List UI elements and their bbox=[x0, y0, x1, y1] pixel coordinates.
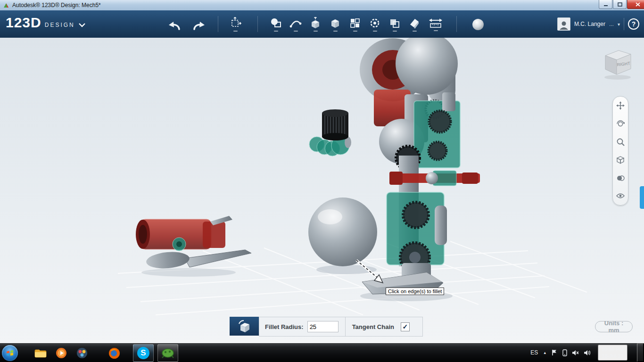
viewport[interactable]: RIGHT bbox=[0, 38, 644, 343]
knurled-part[interactable] bbox=[309, 109, 351, 156]
device-button[interactable] bbox=[562, 349, 567, 356]
orbit-button[interactable] bbox=[615, 118, 626, 129]
mute-button[interactable] bbox=[572, 350, 579, 356]
scroll-indicator[interactable] bbox=[640, 186, 644, 209]
3d-scene[interactable] bbox=[0, 38, 644, 343]
person-icon bbox=[559, 20, 569, 30]
clock-date: 18-Jul-13 bbox=[602, 353, 624, 359]
view-cube-icon bbox=[616, 156, 625, 164]
firefox-taskbar-button[interactable] bbox=[104, 344, 124, 362]
robot-model[interactable] bbox=[360, 38, 480, 294]
explorer-taskbar-button[interactable] bbox=[30, 344, 51, 362]
skype-taskbar-button[interactable]: S bbox=[133, 344, 154, 362]
volume-icon bbox=[584, 350, 591, 356]
sketch-tool-button[interactable] bbox=[287, 13, 305, 35]
snap-icon bbox=[408, 17, 421, 29]
avatar[interactable] bbox=[557, 17, 570, 31]
undo-redo-group bbox=[165, 18, 208, 34]
chevron-down-icon bbox=[79, 21, 85, 29]
sphere-part[interactable] bbox=[308, 197, 377, 266]
visibility-button[interactable] bbox=[615, 191, 626, 201]
close-icon bbox=[636, 2, 640, 7]
user-area: M.C. Langer ... ▾ ? bbox=[557, 10, 639, 38]
app-header: 123D DESIGN bbox=[0, 10, 644, 38]
flag-icon bbox=[552, 349, 558, 356]
navigation-toolbar bbox=[612, 96, 628, 206]
undo-icon bbox=[167, 21, 181, 31]
construct-icon bbox=[309, 17, 322, 29]
transform-tool-button[interactable] bbox=[226, 13, 244, 35]
orbit-icon bbox=[616, 119, 625, 128]
fillet-options-panel: Fillet Radius: Tangent Chain ✓ bbox=[259, 317, 423, 337]
media-player-taskbar-button[interactable] bbox=[51, 344, 72, 362]
volume-button[interactable] bbox=[584, 350, 591, 356]
grouping-tool-button[interactable] bbox=[366, 13, 384, 35]
123d-app-icon bbox=[161, 348, 174, 358]
display-style-button[interactable] bbox=[615, 173, 626, 183]
user-name[interactable]: M.C. Langer bbox=[574, 21, 605, 27]
tangent-chain-checkbox[interactable]: ✓ bbox=[401, 322, 410, 331]
fillet-icon bbox=[237, 319, 252, 333]
primitives-tool-button[interactable] bbox=[267, 13, 285, 35]
magnifier-icon bbox=[616, 138, 625, 146]
language-indicator[interactable]: ES bbox=[530, 349, 538, 356]
tool-dropdown-caret bbox=[413, 31, 417, 32]
logo-123d: 123D bbox=[6, 15, 41, 31]
skype-glyph: S bbox=[140, 348, 146, 358]
construct-tool-button[interactable] bbox=[306, 13, 324, 35]
view-cube[interactable]: RIGHT bbox=[600, 46, 636, 82]
pan-button[interactable] bbox=[615, 100, 626, 111]
clock[interactable]: 10:59 PM 18-Jul-13 bbox=[598, 345, 627, 361]
tool-dropdown-caret bbox=[274, 31, 278, 32]
checkmark-icon: ✓ bbox=[403, 323, 408, 330]
tool-dropdown-caret bbox=[233, 31, 238, 32]
show-desktop-button[interactable] bbox=[637, 343, 644, 362]
media-center-taskbar-button[interactable] bbox=[72, 344, 92, 362]
modify-tool-button[interactable] bbox=[326, 13, 344, 35]
restore-icon bbox=[618, 2, 622, 7]
tool-dropdown-caret bbox=[353, 31, 357, 32]
undo-button[interactable] bbox=[165, 18, 183, 34]
fillet-radius-input[interactable] bbox=[307, 321, 339, 332]
app-menu[interactable]: 123D DESIGN bbox=[6, 15, 85, 31]
tangent-chain-label: Tangent Chain bbox=[352, 323, 394, 330]
snap-tool-button[interactable] bbox=[405, 13, 423, 35]
help-button[interactable]: ? bbox=[628, 18, 639, 30]
material-tool-button[interactable] bbox=[469, 16, 487, 33]
modeling-tools-group bbox=[267, 13, 446, 35]
fit-view-button[interactable] bbox=[615, 155, 626, 165]
123d-taskbar-button[interactable] bbox=[157, 344, 178, 362]
tool-dropdown-caret bbox=[373, 31, 377, 32]
minimize-button[interactable] bbox=[599, 0, 612, 9]
units-button[interactable]: Units : mm bbox=[595, 321, 633, 332]
measure-icon bbox=[428, 17, 443, 29]
action-center-button[interactable] bbox=[552, 349, 558, 356]
tool-dropdown-caret bbox=[314, 31, 318, 32]
hidden-icons-button[interactable]: ▴ bbox=[543, 350, 547, 355]
close-button[interactable] bbox=[627, 0, 644, 9]
eye-icon bbox=[616, 193, 625, 199]
toolbar-separator bbox=[456, 16, 457, 32]
zoom-button[interactable] bbox=[615, 137, 626, 147]
sketch-icon bbox=[289, 17, 302, 29]
redo-button[interactable] bbox=[190, 18, 208, 34]
combine-tool-button[interactable] bbox=[386, 13, 404, 35]
header-separator bbox=[624, 18, 624, 30]
blaster-part[interactable] bbox=[136, 216, 251, 270]
pattern-tool-button[interactable] bbox=[346, 13, 364, 35]
toolbar-separator bbox=[218, 16, 218, 32]
chevron-up-icon: ▴ bbox=[544, 350, 546, 355]
user-menu-chevron-icon[interactable]: ▾ bbox=[618, 22, 620, 27]
titlebar[interactable]: Autodesk® 123D® Design: Mech5* bbox=[0, 0, 644, 11]
material-sphere-icon bbox=[471, 17, 485, 32]
phone-icon bbox=[562, 349, 567, 356]
windows-flag-icon bbox=[6, 350, 14, 356]
start-button[interactable] bbox=[2, 345, 18, 361]
clock-time: 10:59 PM bbox=[602, 346, 624, 353]
toolbar-separator bbox=[257, 16, 258, 32]
transform-icon bbox=[229, 17, 241, 29]
measure-tool-button[interactable] bbox=[425, 13, 446, 35]
maximize-button[interactable] bbox=[613, 0, 627, 9]
fillet-panel-divider bbox=[345, 317, 346, 336]
fillet-tool-tile[interactable] bbox=[230, 317, 259, 336]
